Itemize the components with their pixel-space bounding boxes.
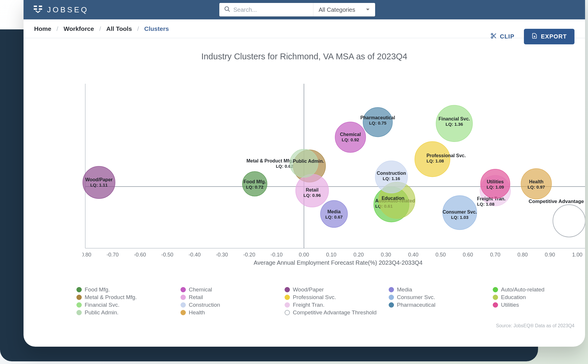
legend-swatch	[181, 302, 186, 308]
legend-label: Consumer Svc.	[397, 294, 435, 301]
svg-point-39	[553, 205, 585, 237]
svg-text:0.00: 0.00	[299, 252, 309, 258]
legend-swatch	[285, 295, 290, 300]
legend-item-education[interactable]: Education	[493, 294, 585, 301]
svg-text:0.90: 0.90	[545, 252, 555, 258]
bubble-wood-paper[interactable]: Wood/PaperLQ: 1.11	[83, 166, 115, 199]
legend-label: Metal & Product Mfg.	[85, 294, 137, 301]
svg-text:Retail: Retail	[306, 187, 319, 192]
clip-button[interactable]: CLIP	[486, 30, 519, 43]
brand-icon	[32, 3, 44, 16]
svg-text:Health: Health	[529, 179, 544, 184]
legend-item-auto-auto-related[interactable]: Auto/Auto-related	[493, 286, 585, 293]
search-input[interactable]	[233, 6, 308, 13]
svg-text:Public Admin.: Public Admin.	[293, 159, 324, 164]
chart-source: Source: JobsEQ® Data as of 2023Q4	[496, 323, 574, 328]
svg-text:-0.50: -0.50	[161, 252, 173, 258]
category-select[interactable]: All Categories	[313, 3, 375, 16]
svg-text:Wood/Paper: Wood/Paper	[85, 177, 113, 182]
svg-text:Media: Media	[327, 209, 340, 214]
breadcrumb-alltools[interactable]: All Tools	[106, 25, 132, 32]
legend-item-public-admin-[interactable]: Public Admin.	[76, 309, 178, 316]
legend-label: Health	[189, 309, 205, 316]
legend-item-health[interactable]: Health	[181, 309, 282, 316]
legend-item-food-mfg-[interactable]: Food Mfg.	[76, 286, 178, 293]
svg-text:0.30: 0.30	[381, 252, 391, 258]
legend-label: Financial Svc.	[85, 302, 119, 308]
svg-text:0.50: 0.50	[435, 252, 446, 258]
legend-item-metal-product-mfg-[interactable]: Metal & Product Mfg.	[76, 294, 178, 301]
breadcrumb-home[interactable]: Home	[34, 25, 51, 32]
legend-swatch	[76, 302, 82, 308]
legend-label: Auto/Auto-related	[501, 286, 544, 293]
breadcrumb-workforce[interactable]: Workforce	[64, 25, 94, 32]
legend-label: Wood/Paper	[293, 286, 324, 293]
legend-item-professional-svc-[interactable]: Professional Svc.	[285, 294, 386, 301]
bubble-food-mfg-[interactable]: Food Mfg.LQ: 0.72	[242, 172, 267, 196]
topbar: JOBSEQ All Categories	[24, 0, 585, 19]
bubble-consumer-svc-[interactable]: Consumer Svc.LQ: 1.03	[442, 196, 477, 230]
svg-text:0.10: 0.10	[326, 252, 336, 258]
category-select-label: All Categories	[319, 6, 355, 13]
legend-label: Freight Tran.	[293, 302, 325, 308]
file-export-icon	[532, 33, 537, 40]
svg-text:-0.80: -0.80	[82, 252, 91, 258]
legend-item-construction[interactable]: Construction	[181, 302, 282, 308]
legend-item-competitive-advantage-threshold[interactable]: Competitive Advantage Threshold	[285, 309, 386, 316]
legend-swatch	[76, 310, 82, 315]
legend-item-utilities[interactable]: Utilities	[493, 302, 585, 308]
breadcrumb-current: Clusters	[144, 25, 169, 32]
svg-text:0.60: 0.60	[463, 252, 473, 258]
bubble-professional-svc-[interactable]: Professional Svc.LQ: 1.08	[415, 142, 466, 177]
svg-text:Chemical: Chemical	[340, 132, 361, 137]
legend-item-media[interactable]: Media	[389, 286, 490, 293]
legend-swatch	[285, 302, 290, 308]
bubble-chemical[interactable]: ChemicalLQ: 0.92	[335, 122, 366, 152]
svg-text:Consumer Svc.: Consumer Svc.	[442, 209, 477, 214]
svg-text:LQ: 1.03: LQ: 1.03	[451, 215, 468, 220]
svg-text:LQ: 1.11: LQ: 1.11	[90, 182, 108, 187]
legend-item-pharmaceutical[interactable]: Pharmaceutical	[389, 302, 490, 308]
svg-text:LQ: 0.96: LQ: 0.96	[303, 193, 321, 198]
bubble-media[interactable]: MediaLQ: 0.67	[320, 200, 348, 227]
svg-text:-0.60: -0.60	[134, 252, 146, 258]
svg-text:Utilities: Utilities	[487, 179, 504, 184]
export-button[interactable]: EXPORT	[524, 29, 574, 44]
legend-item-consumer-svc-[interactable]: Consumer Svc.	[389, 294, 490, 301]
svg-text:Construction: Construction	[377, 171, 406, 176]
bubble-financial-svc-[interactable]: Financial Svc.LQ: 1.36	[436, 105, 472, 142]
search-box[interactable]	[219, 3, 313, 16]
action-bar: CLIP EXPORT	[486, 28, 574, 45]
bubble-utilities[interactable]: UtilitiesLQ: 1.09	[481, 169, 510, 199]
legend-item-retail[interactable]: Retail	[181, 294, 282, 301]
svg-text:Education: Education	[382, 196, 404, 201]
svg-text:LQ: 0.75: LQ: 0.75	[369, 120, 386, 125]
legend-swatch	[285, 287, 290, 292]
svg-text:Metal & Product Mfg.: Metal & Product Mfg.	[246, 158, 293, 163]
legend-item-chemical[interactable]: Chemical	[181, 286, 282, 293]
svg-text:0.80: 0.80	[517, 252, 528, 258]
legend-label: Utilities	[501, 302, 519, 308]
brand[interactable]: JOBSEQ	[32, 3, 88, 16]
svg-text:LQ: 1.36: LQ: 1.36	[446, 122, 463, 127]
scissors-icon	[490, 33, 497, 41]
svg-text:-0.10: -0.10	[270, 252, 283, 258]
svg-text:LQ: 0.97: LQ: 0.97	[527, 184, 545, 189]
svg-text:Pharmaceutical: Pharmaceutical	[360, 115, 395, 120]
legend-label: Professional Svc.	[293, 294, 336, 301]
legend-label: Media	[397, 286, 412, 293]
svg-text:-0.40: -0.40	[188, 252, 201, 258]
chart-title: Industry Clusters for Richmond, VA MSA a…	[24, 52, 585, 61]
legend-item-financial-svc-[interactable]: Financial Svc.	[76, 302, 178, 308]
bubble-construction[interactable]: ConstructionLQ: 1.16	[375, 161, 407, 193]
export-label: EXPORT	[541, 33, 567, 40]
legend-item-freight-tran-[interactable]: Freight Tran.	[285, 302, 386, 308]
bubble-chart[interactable]: -0.80-0.70-0.60-0.50-0.40-0.30-0.20-0.10…	[82, 63, 585, 266]
bubble-retail[interactable]: RetailLQ: 0.96	[296, 174, 329, 207]
bubble-health[interactable]: HealthLQ: 0.97	[521, 169, 552, 199]
svg-text:LQ: 0.67: LQ: 0.67	[325, 214, 343, 219]
legend-item-wood-paper[interactable]: Wood/Paper	[285, 286, 386, 293]
legend-label: Chemical	[189, 286, 212, 293]
svg-text:LQ: 0.92: LQ: 0.92	[342, 137, 359, 142]
bubble-pharmaceutical[interactable]: PharmaceuticalLQ: 0.75	[360, 108, 395, 137]
